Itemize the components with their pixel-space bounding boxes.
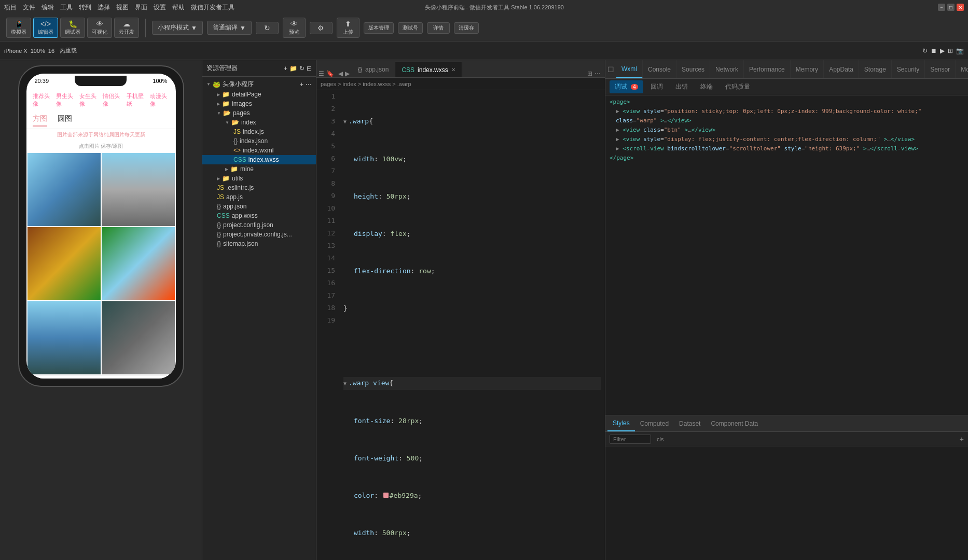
mode-dropdown[interactable]: 小程序模式 ▼: [152, 21, 203, 35]
phone-image-2[interactable]: [102, 153, 175, 226]
tree-item-index-js[interactable]: JS index.js: [202, 127, 316, 136]
styles-tab-dataset[interactable]: Dataset: [674, 415, 706, 431]
tree-item-mine[interactable]: ▶ 📁 mine: [202, 164, 316, 174]
header-link-female[interactable]: 女生头像: [79, 92, 99, 108]
phone-nav-mine[interactable]: 👤 我的: [133, 378, 143, 379]
tree-item-index-wxss[interactable]: CSS index.wxss: [202, 155, 316, 164]
tree-item-app-json[interactable]: {} app.json: [202, 202, 316, 211]
minimize-button[interactable]: －: [938, 4, 945, 11]
menu-wechat[interactable]: 微信开发者工具: [191, 3, 234, 12]
devtools-subtab-terminal[interactable]: 终端: [695, 80, 718, 93]
phone-tab-square[interactable]: 方图: [33, 114, 47, 127]
header-link-male[interactable]: 男生头像: [56, 92, 75, 108]
phone-image-4[interactable]: [102, 227, 175, 300]
tree-item-pages[interactable]: ▼ 📂 pages: [202, 108, 316, 118]
detail-button[interactable]: 详情: [427, 22, 450, 34]
clear-button[interactable]: 清缓存: [454, 22, 479, 34]
stop-icon[interactable]: ⏹: [931, 47, 937, 54]
menu-project[interactable]: 项目: [4, 3, 17, 12]
wxss-tab-close[interactable]: ✕: [451, 67, 455, 73]
styles-tab-styles[interactable]: Styles: [607, 415, 635, 431]
project-add-icon[interactable]: +: [300, 81, 303, 88]
tree-item-app-wxss[interactable]: CSS app.wxss: [202, 211, 316, 220]
menu-settings[interactable]: 设置: [154, 3, 166, 12]
devtools-subtab-debug[interactable]: 调试 4: [610, 80, 643, 93]
editor-tab-app-json[interactable]: {} app.json: [352, 62, 395, 77]
phone-tab-circle[interactable]: 圆图: [58, 114, 72, 127]
compile-dropdown[interactable]: 普通编译 ▼: [207, 21, 252, 35]
new-file-icon[interactable]: +: [284, 65, 287, 72]
collapse-tree-icon[interactable]: ⊟: [307, 65, 312, 72]
refresh-button[interactable]: ↻: [256, 22, 279, 34]
menu-goto[interactable]: 转到: [79, 3, 91, 12]
more-icon[interactable]: ⋯: [594, 70, 601, 77]
menu-help[interactable]: 帮助: [172, 3, 185, 12]
devtools-subtab-quality[interactable]: 代码质量: [720, 80, 755, 93]
test-button[interactable]: 测试号: [398, 22, 423, 34]
hamburger-icon[interactable]: ☰: [319, 70, 324, 77]
header-link-anime[interactable]: 动漫头像: [150, 92, 169, 108]
devtools-tab-wxml[interactable]: Wxml: [616, 60, 643, 78]
tree-item-eslintrc[interactable]: JS .eslintrc.js: [202, 183, 316, 192]
cls-button[interactable]: .cls: [653, 435, 666, 443]
devtools-tab-performance[interactable]: Performance: [744, 60, 791, 78]
menu-interface[interactable]: 界面: [135, 3, 147, 12]
code-content[interactable]: ▼.warp { width: 100vw; height: 50rpx; di…: [339, 90, 605, 560]
tree-item-utils[interactable]: ▶ 📁 utils: [202, 174, 316, 183]
tree-item-app-js[interactable]: JS app.js: [202, 192, 316, 202]
visual-button[interactable]: 👁 可视化: [87, 18, 112, 38]
header-link-recommend[interactable]: 推荐头像: [33, 92, 52, 108]
devtools-tab-mock[interactable]: Mock: [956, 60, 968, 78]
back-icon[interactable]: ◀: [338, 70, 343, 77]
editor-tab-index-wxss[interactable]: CSS index.wxss ✕: [395, 62, 462, 77]
menu-tools[interactable]: 工具: [60, 3, 73, 12]
reload-icon[interactable]: ↻: [922, 47, 928, 54]
devtools-tab-appdata[interactable]: AppData: [824, 60, 859, 78]
tree-item-index-wxml[interactable]: <> index.wxml: [202, 146, 316, 155]
phone-image-1[interactable]: [27, 153, 101, 226]
qr-icon[interactable]: ⊞: [948, 47, 953, 54]
inspect-icon[interactable]: ☐: [607, 65, 614, 74]
new-folder-icon[interactable]: 📁: [289, 65, 297, 72]
phone-image-6[interactable]: [102, 301, 175, 374]
debugger-button[interactable]: 🐛 调试器: [60, 18, 85, 38]
forward-icon[interactable]: ▶: [345, 70, 350, 77]
version-button[interactable]: 版本管理: [364, 22, 394, 34]
menu-edit[interactable]: 编辑: [42, 3, 54, 12]
phone-nav-recommend[interactable]: ☑ 推荐: [59, 378, 68, 379]
tree-item-project[interactable]: ▼ 🐸 头像小程序 + ⋯: [202, 79, 316, 90]
devtools-tab-sources[interactable]: Sources: [676, 60, 710, 78]
compile-icon[interactable]: ▶: [940, 47, 945, 54]
devtools-subtab-callback[interactable]: 回调: [645, 80, 668, 93]
styles-tab-component[interactable]: Component Data: [706, 415, 763, 431]
refresh-tree-icon[interactable]: ↻: [299, 65, 305, 72]
preview-button[interactable]: 👁 预览: [283, 18, 306, 38]
tree-item-project-config[interactable]: {} project.config.json: [202, 220, 316, 230]
simulator-button[interactable]: 📱 模拟器: [6, 18, 31, 38]
tree-item-project-private[interactable]: {} project.private.config.js...: [202, 230, 316, 239]
devtools-tab-console[interactable]: Console: [643, 60, 676, 78]
tree-item-index-folder[interactable]: ▼ 📂 index: [202, 118, 316, 127]
bookmark-icon[interactable]: 🔖: [326, 70, 334, 77]
phone-image-3[interactable]: [27, 227, 101, 300]
split-editor-icon[interactable]: ⊞: [587, 70, 592, 77]
close-button[interactable]: ✕: [957, 4, 964, 11]
editor-button[interactable]: </> 编辑器: [33, 18, 58, 38]
fold-8[interactable]: ▼: [343, 377, 347, 390]
upload-dropdown[interactable]: ⬆ 上传: [337, 18, 359, 38]
fold-1[interactable]: ▼: [343, 116, 347, 128]
devtools-tab-storage[interactable]: Storage: [859, 60, 892, 78]
cloud-button[interactable]: ☁ 云开发: [114, 18, 139, 38]
maximize-button[interactable]: □: [947, 4, 955, 11]
tree-item-images[interactable]: ▶ 📁 images: [202, 99, 316, 108]
header-link-wallpaper[interactable]: 手机壁纸: [127, 92, 146, 108]
menu-file[interactable]: 文件: [23, 3, 35, 12]
tree-item-sitemap[interactable]: {} sitemap.json: [202, 239, 316, 248]
filter-input[interactable]: [610, 435, 651, 444]
devtools-tab-sensor[interactable]: Sensor: [925, 60, 956, 78]
project-dots-icon[interactable]: ⋯: [306, 81, 312, 88]
devtools-subtab-error[interactable]: 出错: [670, 80, 693, 93]
settings-button[interactable]: ⚙: [310, 22, 333, 34]
devtools-tab-memory[interactable]: Memory: [791, 60, 824, 78]
screenshot-icon[interactable]: 📷: [956, 47, 964, 54]
